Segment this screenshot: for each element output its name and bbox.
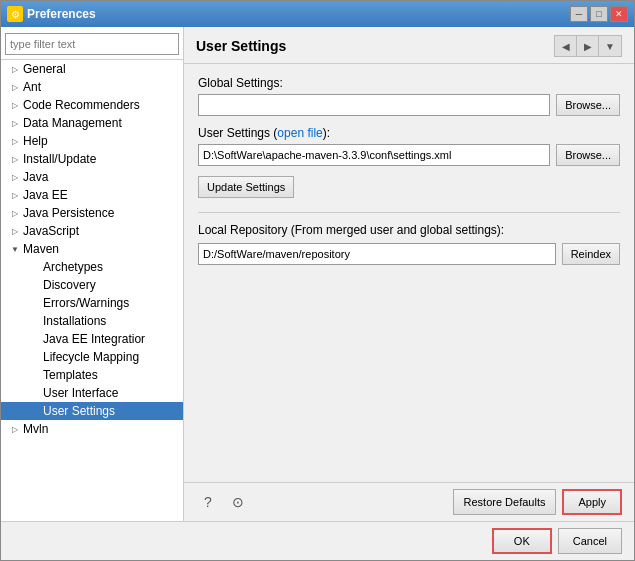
apply-button[interactable]: Apply	[562, 489, 622, 515]
sidebar-item-label: Lifecycle Mapping	[43, 350, 139, 364]
sidebar-item-label: Code Recommenders	[23, 98, 140, 112]
sidebar-item-label: Errors/Warnings	[43, 296, 129, 310]
sidebar-item-label: Java EE	[23, 188, 68, 202]
sidebar-item-label: Archetypes	[43, 260, 103, 274]
sidebar-item-java-persistence[interactable]: ▷ Java Persistence	[1, 204, 183, 222]
expand-arrow: ▷	[9, 63, 21, 75]
update-settings-row: Update Settings	[198, 176, 620, 198]
close-button[interactable]: ✕	[610, 6, 628, 22]
sidebar-item-label: Data Management	[23, 116, 122, 130]
user-browse-button[interactable]: Browse...	[556, 144, 620, 166]
right-header: User Settings ◀ ▶ ▼	[184, 27, 634, 64]
sidebar-item-label: Installations	[43, 314, 106, 328]
global-browse-button[interactable]: Browse...	[556, 94, 620, 116]
sidebar-item-discovery[interactable]: Discovery	[1, 276, 183, 294]
bottom-right-buttons: Restore Defaults Apply	[453, 489, 622, 515]
expand-arrow	[29, 297, 41, 309]
sidebar-item-lifecycle-mapping[interactable]: Lifecycle Mapping	[1, 348, 183, 366]
global-settings-label: Global Settings:	[198, 76, 620, 90]
sidebar-item-code-recommenders[interactable]: ▷ Code Recommenders	[1, 96, 183, 114]
reindex-button[interactable]: Reindex	[562, 243, 620, 265]
sidebar-item-label: JavaScript	[23, 224, 79, 238]
bottom-bar: ? ⊙ Restore Defaults Apply	[184, 482, 634, 521]
expand-arrow: ▷	[9, 153, 21, 165]
user-settings-label-row: User Settings (open file):	[198, 126, 620, 140]
user-settings-text2: ):	[323, 126, 330, 140]
global-settings-row: Browse...	[198, 94, 620, 116]
right-content: Global Settings: Browse... User Settings…	[184, 64, 634, 482]
sidebar-item-label: Mvln	[23, 422, 48, 436]
sidebar-item-archetypes[interactable]: Archetypes	[1, 258, 183, 276]
content-area: ▷ General ▷ Ant ▷ Code Recommenders ▷ Da…	[1, 27, 634, 521]
user-settings-text: User Settings (	[198, 126, 277, 140]
sidebar-item-maven[interactable]: ▼ Maven	[1, 240, 183, 258]
user-settings-input[interactable]	[198, 144, 550, 166]
expand-arrow: ▷	[9, 81, 21, 93]
filter-box	[1, 27, 183, 60]
open-file-link[interactable]: open file	[277, 126, 322, 140]
sidebar-item-label: Maven	[23, 242, 59, 256]
sidebar-item-label: Ant	[23, 80, 41, 94]
expand-arrow: ▷	[9, 117, 21, 129]
nav-dropdown-button[interactable]: ▼	[599, 36, 621, 56]
sidebar-item-javascript[interactable]: ▷ JavaScript	[1, 222, 183, 240]
sidebar-item-user-settings[interactable]: User Settings	[1, 402, 183, 420]
sidebar-item-templates[interactable]: Templates	[1, 366, 183, 384]
sidebar-item-label: User Interface	[43, 386, 118, 400]
sidebar-item-install-update[interactable]: ▷ Install/Update	[1, 150, 183, 168]
sidebar-item-java-ee[interactable]: ▷ Java EE	[1, 186, 183, 204]
sidebar-item-general[interactable]: ▷ General	[1, 60, 183, 78]
left-panel: ▷ General ▷ Ant ▷ Code Recommenders ▷ Da…	[1, 27, 184, 521]
nav-forward-button[interactable]: ▶	[577, 36, 599, 56]
expand-arrow: ▷	[9, 171, 21, 183]
filter-input[interactable]	[5, 33, 179, 55]
expand-arrow: ▷	[9, 135, 21, 147]
sidebar-item-mvln[interactable]: ▷ Mvln	[1, 420, 183, 438]
help-button[interactable]: ?	[196, 490, 220, 514]
user-settings-input-row: Browse...	[198, 144, 620, 166]
minimize-button[interactable]: ─	[570, 6, 588, 22]
maximize-button[interactable]: □	[590, 6, 608, 22]
sidebar-item-errors-warnings[interactable]: Errors/Warnings	[1, 294, 183, 312]
window-title: Preferences	[27, 7, 96, 21]
sidebar-item-help[interactable]: ▷ Help	[1, 132, 183, 150]
local-repo-row: Reindex	[198, 243, 620, 265]
sidebar-item-ant[interactable]: ▷ Ant	[1, 78, 183, 96]
sidebar-item-java-ee-integration[interactable]: Java EE Integratior	[1, 330, 183, 348]
sidebar-item-label: Templates	[43, 368, 98, 382]
sidebar-item-installations[interactable]: Installations	[1, 312, 183, 330]
expand-arrow: ▷	[9, 207, 21, 219]
nav-back-button[interactable]: ◀	[555, 36, 577, 56]
expand-arrow	[29, 315, 41, 327]
expand-arrow: ▷	[9, 225, 21, 237]
expand-arrow	[29, 261, 41, 273]
right-panel-title: User Settings	[196, 38, 286, 54]
expand-arrow	[29, 369, 41, 381]
sidebar-item-label: Java EE Integratior	[43, 332, 145, 346]
nav-button-group: ◀ ▶ ▼	[554, 35, 622, 57]
cancel-button[interactable]: Cancel	[558, 528, 622, 554]
expand-arrow	[29, 279, 41, 291]
expand-arrow: ▷	[9, 423, 21, 435]
expand-arrow: ▼	[9, 243, 21, 255]
sidebar-item-label: Java Persistence	[23, 206, 114, 220]
sidebar-item-label: General	[23, 62, 66, 76]
sidebar-item-java[interactable]: ▷ Java	[1, 168, 183, 186]
ok-button[interactable]: OK	[492, 528, 552, 554]
sidebar-item-user-interface[interactable]: User Interface	[1, 384, 183, 402]
restore-defaults-button[interactable]: Restore Defaults	[453, 489, 557, 515]
expand-arrow	[29, 351, 41, 363]
sidebar-item-data-management[interactable]: ▷ Data Management	[1, 114, 183, 132]
info-button[interactable]: ⊙	[226, 490, 250, 514]
footer-bar: OK Cancel	[1, 521, 634, 560]
global-settings-input[interactable]	[198, 94, 550, 116]
expand-arrow	[29, 387, 41, 399]
window-controls: ─ □ ✕	[570, 6, 628, 22]
sidebar-item-label: Discovery	[43, 278, 96, 292]
bottom-left-icons: ? ⊙	[196, 490, 250, 514]
nav-buttons: ◀ ▶ ▼	[554, 35, 622, 57]
update-settings-button[interactable]: Update Settings	[198, 176, 294, 198]
title-bar-left: ⚙ Preferences	[7, 6, 96, 22]
local-repo-input[interactable]	[198, 243, 556, 265]
section-divider	[198, 212, 620, 213]
